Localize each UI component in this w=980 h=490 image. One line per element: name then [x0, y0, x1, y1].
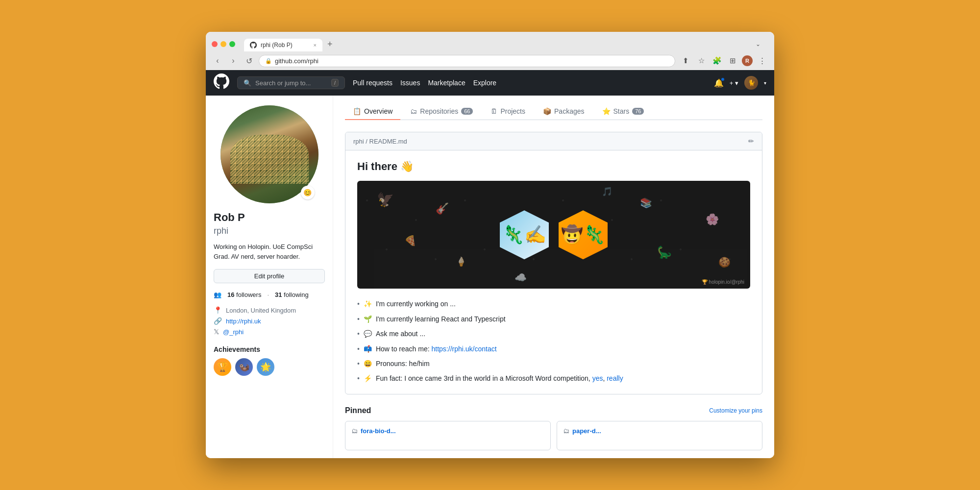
repo-icon-2: 🗂 — [563, 427, 569, 435]
yes-link[interactable]: yes — [592, 374, 603, 382]
nav-pull-requests[interactable]: Pull requests — [353, 79, 392, 87]
lock-icon: 🔒 — [265, 58, 272, 64]
readme-item-2-icon: 🌱 — [364, 314, 372, 324]
window-menu-button[interactable]: ⌄ — [752, 38, 764, 50]
tab-packages[interactable]: 📦 Packages — [535, 103, 592, 120]
banner-badges: 🦎✍️ 🤠🦎 — [500, 210, 608, 259]
tab-overview[interactable]: 📋 Overview — [345, 103, 400, 120]
repos-tab-icon: 🗂 — [410, 107, 417, 115]
extensions-button[interactable]: 🧩 — [710, 54, 723, 67]
readme-edit-button[interactable]: ✏ — [748, 137, 754, 145]
split-view-button[interactable]: ⊞ — [726, 54, 739, 67]
achievement-badge-1[interactable]: 🏆 — [214, 358, 231, 376]
profile-sidebar: 😊 Rob P rphi Working on Holopin. UoE Com… — [206, 96, 333, 458]
nav-explore[interactable]: Explore — [473, 79, 496, 87]
browser-window: rphi (Rob P) × + ⌄ ‹ › ↺ 🔒 github.com/rp… — [206, 32, 774, 458]
tab-close-button[interactable]: × — [314, 42, 317, 48]
share-button[interactable]: ⬆ — [679, 54, 692, 67]
browser-user-button[interactable]: R — [742, 55, 753, 66]
readme-item-4-icon: 📫 — [364, 343, 372, 354]
doodle-2: 🍕 — [404, 235, 416, 246]
search-shortcut-badge: / — [331, 79, 339, 87]
reload-button[interactable]: ↺ — [243, 55, 255, 67]
profile-bio: Working on Holopin. UoE CompSci Grad. AV… — [214, 242, 325, 261]
repos-count-badge: 66 — [461, 108, 473, 115]
maximize-window-button[interactable] — [229, 41, 235, 47]
github-tab-favicon — [250, 42, 257, 49]
overview-tab-icon: 📋 — [353, 107, 361, 115]
tab-stars[interactable]: ⭐ Stars 76 — [594, 103, 652, 120]
location-icon: 📍 — [214, 306, 222, 314]
back-button[interactable]: ‹ — [212, 55, 223, 67]
projects-tab-icon: 🗓 — [490, 107, 497, 115]
doodle-6: 🦕 — [657, 245, 672, 259]
twitter-link[interactable]: @_rphi — [223, 328, 244, 336]
followers-label: followers — [236, 291, 261, 298]
achievements-title: Achievements — [214, 345, 325, 353]
avatar-emoji-button[interactable]: 😊 — [301, 186, 315, 199]
website-link[interactable]: http://rphi.uk — [226, 318, 261, 325]
nav-marketplace[interactable]: Marketplace — [428, 79, 465, 87]
pinned-repo-1[interactable]: 🗂 fora-bio-d... — [345, 421, 551, 450]
readme-item-3: 💬 Ask me about ... — [357, 328, 750, 339]
pinned-repo-2[interactable]: 🗂 paper-d... — [557, 421, 762, 450]
readme-item-1-icon: ✨ — [364, 298, 372, 309]
readme-item-6-text: Fun fact: I once came 3rd in the world i… — [376, 373, 623, 384]
github-content: 😊 Rob P rphi Working on Holopin. UoE Com… — [206, 96, 774, 458]
twitter-item: 𝕏 @_rphi — [214, 328, 325, 336]
hex-badge-1-icon: 🦎✍️ — [502, 224, 546, 245]
doodle-5: 📚 — [640, 197, 652, 209]
readme-item-2: 🌱 I'm currently learning React and Types… — [357, 314, 750, 324]
tab-projects[interactable]: 🗓 Projects — [483, 103, 533, 120]
profile-username: rphi — [214, 226, 325, 236]
minimize-window-button[interactable] — [220, 41, 226, 47]
achievements-list: 🏆 🦦 🌟 — [214, 358, 325, 376]
avatar-container: 😊 — [220, 105, 318, 203]
pinned-repos-grid: 🗂 fora-bio-d... 🗂 paper-d... — [345, 421, 762, 450]
forward-button[interactable]: › — [227, 55, 239, 67]
achievement-badge-3[interactable]: 🌟 — [257, 358, 274, 376]
readme-item-2-text: I'm currently learning React and Typescr… — [376, 314, 506, 324]
new-tab-button[interactable]: + — [322, 37, 338, 51]
notification-dot — [721, 77, 725, 81]
twitter-icon: 𝕏 — [214, 328, 219, 336]
readme-item-6: ⚡ Fun fact: I once came 3rd in the world… — [357, 373, 750, 384]
tab-repositories[interactable]: 🗂 Repositories 66 — [402, 103, 481, 120]
following-link[interactable]: 31 following — [275, 291, 309, 298]
reach-me-link[interactable]: https://rphi.uk/contact — [432, 345, 497, 353]
profile-name: Rob P — [214, 211, 325, 224]
followers-link[interactable]: 16 followers — [227, 291, 261, 298]
packages-tab-icon: 📦 — [543, 107, 551, 115]
browser-tab-active[interactable]: rphi (Rob P) × — [244, 39, 322, 51]
repo-link-2[interactable]: paper-d... — [572, 427, 601, 435]
hex-badge-2: 🤠🦎 — [559, 210, 608, 259]
doodle-1: 🦅 — [377, 192, 394, 208]
nav-user-avatar[interactable]: 🐈 — [744, 76, 758, 90]
customize-pins-link[interactable]: Customize your pins — [709, 407, 762, 414]
close-window-button[interactable] — [212, 41, 218, 47]
search-placeholder-text: Search or jump to... — [255, 79, 311, 87]
address-bar[interactable]: 🔒 github.com/rphi — [259, 55, 675, 67]
create-button[interactable]: + ▾ — [730, 79, 738, 87]
really-link[interactable]: really — [607, 374, 623, 382]
notifications-button[interactable]: 🔔 — [714, 78, 724, 88]
repo-link-1[interactable]: fora-bio-d... — [361, 427, 396, 435]
github-logo[interactable] — [214, 74, 229, 92]
browser-menu-button[interactable]: ⋮ — [756, 54, 768, 67]
edit-profile-button[interactable]: Edit profile — [214, 269, 325, 283]
tab-title: rphi (Rob P) — [261, 42, 293, 49]
browser-toolbar: ‹ › ↺ 🔒 github.com/rphi ⬆ ☆ 🧩 ⊞ R ⋮ — [206, 51, 774, 70]
readme-path: rphi / README.md — [353, 138, 407, 145]
nav-search-box[interactable]: 🔍 Search or jump to... / — [237, 76, 345, 89]
doodle-9: 🎵 — [602, 186, 612, 197]
nav-avatar-dropdown[interactable]: ▾ — [764, 80, 766, 86]
nav-right-actions: 🔔 + ▾ 🐈 ▾ — [714, 76, 766, 90]
hex-badge-2-icon: 🤠🦎 — [561, 224, 605, 245]
readme-item-3-text: Ask me about ... — [376, 328, 425, 339]
main-right-content: 📋 Overview 🗂 Repositories 66 🗓 Projects … — [333, 96, 774, 458]
bookmark-button[interactable]: ☆ — [695, 54, 708, 67]
readme-greeting: Hi there 👋 — [357, 160, 750, 173]
achievement-badge-2[interactable]: 🦦 — [235, 358, 253, 376]
nav-issues[interactable]: Issues — [400, 79, 420, 87]
separator: · — [267, 291, 269, 298]
